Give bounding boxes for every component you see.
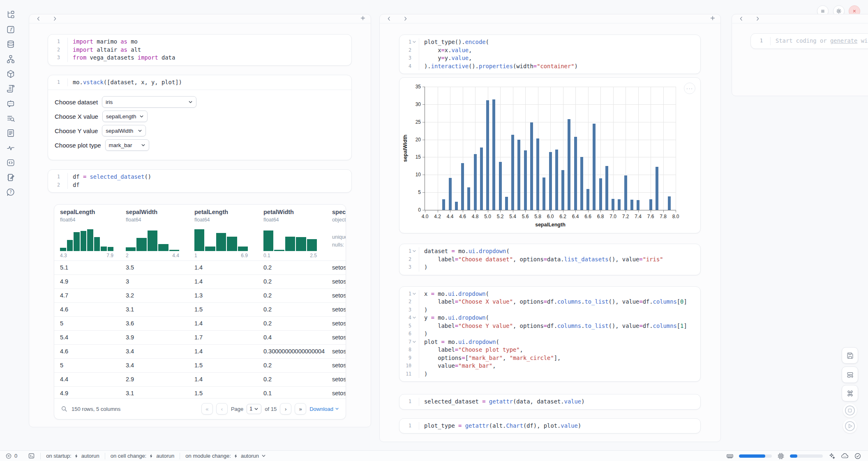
- logs-icon[interactable]: [5, 83, 16, 95]
- cell-selected-dataset[interactable]: 1selected_dataset = getattr(data, datase…: [399, 394, 701, 410]
- tracing-icon[interactable]: [5, 142, 16, 154]
- last-page-button[interactable]: »: [295, 403, 306, 415]
- scratchpad-icon[interactable]: [5, 172, 16, 183]
- code-editor[interactable]: 1selected_dataset = getattr(data, datase…: [399, 394, 700, 409]
- control-row: Choose Y valuesepalWidth: [55, 124, 345, 137]
- packages-icon[interactable]: [5, 68, 16, 80]
- chevron-right-icon[interactable]: [51, 16, 58, 22]
- documentation-icon[interactable]: [5, 127, 16, 139]
- bar: [656, 167, 658, 210]
- fold-chevron-icon[interactable]: [412, 316, 417, 320]
- bar: [524, 150, 527, 210]
- ram-usage-meter[interactable]: [739, 454, 772, 458]
- connection-check-icon[interactable]: [854, 452, 861, 460]
- code-line: 8 label="Choose plot type",: [399, 346, 700, 354]
- fold-chevron-icon[interactable]: [412, 249, 417, 254]
- chevron-right-icon[interactable]: [402, 16, 409, 22]
- chart-plot-area[interactable]: 4.04.24.44.64.85.05.25.45.65.86.06.26.46…: [425, 87, 676, 210]
- table-cell: 2.9: [126, 373, 134, 386]
- table-cell: 1.4: [194, 261, 203, 274]
- chevron-left-icon[interactable]: [35, 16, 42, 22]
- save-button[interactable]: [842, 347, 858, 364]
- errors-badge[interactable]: 0: [0, 453, 23, 459]
- dropdown-choose-plot-type[interactable]: mark_bar: [105, 139, 149, 151]
- chevron-left-icon[interactable]: [386, 16, 392, 22]
- column-type: float64: [60, 217, 76, 223]
- code-editor[interactable]: 1x = mo.ui.dropdown(2 label="Choose X va…: [399, 287, 700, 382]
- chevron-right-icon[interactable]: [754, 16, 761, 22]
- code-editor[interactable]: 1dataset = mo.ui.dropdown(2 label="Choos…: [399, 244, 700, 275]
- fold-chevron-icon[interactable]: [412, 340, 417, 344]
- first-page-button[interactable]: «: [201, 403, 213, 415]
- hist-max: 4.4: [126, 253, 179, 258]
- on-cell-change-setting[interactable]: on cell change: autorun: [105, 453, 180, 459]
- prev-page-button[interactable]: ‹: [216, 403, 228, 415]
- snippets-icon[interactable]: [5, 157, 16, 168]
- on-startup-setting[interactable]: on startup: autorun: [40, 453, 105, 459]
- table-row: 4.63.11.50.2setosa: [54, 302, 346, 316]
- hist-max: 6.9: [194, 253, 248, 258]
- column-header[interactable]: species: [332, 209, 346, 215]
- table-row: 4.931.40.2setosa: [54, 274, 346, 288]
- run-button[interactable]: [843, 419, 857, 433]
- cell-dataset-dropdown[interactable]: 1dataset = mo.ui.dropdown(2 label="Choos…: [399, 244, 701, 275]
- command-palette-button[interactable]: [842, 385, 858, 401]
- code-editor[interactable]: 1Start coding or generate with: [751, 34, 868, 48]
- column-header[interactable]: sepalWidth: [126, 209, 157, 215]
- terminal-button[interactable]: [23, 453, 40, 459]
- plus-icon[interactable]: [710, 15, 716, 21]
- column-header[interactable]: petalWidth: [263, 209, 294, 215]
- download-button[interactable]: Download: [309, 406, 339, 412]
- table-cell: 1.5: [194, 359, 203, 372]
- file-explorer-icon[interactable]: [5, 9, 16, 21]
- cpu-usage-meter[interactable]: [790, 454, 823, 458]
- search-icon[interactable]: [61, 406, 67, 412]
- stop-button[interactable]: [843, 403, 857, 417]
- line-number-gutter: 3: [399, 54, 419, 62]
- help-icon[interactable]: ?: [5, 187, 16, 198]
- hist-max: 7.9: [60, 253, 113, 258]
- chevron-left-icon[interactable]: [738, 16, 744, 22]
- chart-actions-button[interactable]: ···: [684, 83, 695, 94]
- dropdown-choose-y-value[interactable]: sepalWidth: [102, 125, 146, 136]
- cloud-assistant-icon[interactable]: [841, 452, 849, 460]
- column-header[interactable]: sepalLength: [60, 209, 95, 215]
- datasources-icon[interactable]: [5, 39, 16, 50]
- code-editor[interactable]: 1plot_type = getattr(alt.Chart(df), plot…: [399, 419, 700, 433]
- search-logs-icon[interactable]: [5, 113, 16, 124]
- column-type: float64: [194, 217, 210, 223]
- table-row: 4.42.91.40.2setosa: [54, 372, 346, 386]
- layout-button[interactable]: [842, 366, 858, 383]
- plus-icon[interactable]: [360, 15, 366, 21]
- code-placeholder[interactable]: Start coding or generate with: [771, 37, 868, 45]
- line-number-gutter: 4: [399, 62, 419, 71]
- code-editor[interactable]: 1import marimo as mo2import altair as al…: [48, 35, 351, 65]
- ai-chat-icon[interactable]: [5, 98, 16, 109]
- table-cell: 3.5: [126, 261, 134, 274]
- fold-chevron-icon[interactable]: [412, 292, 417, 296]
- bar: [549, 152, 552, 210]
- dependency-graph-icon[interactable]: [5, 53, 16, 65]
- cell-imports[interactable]: 1import marimo as mo2import altair as al…: [48, 34, 352, 66]
- cell-df[interactable]: 1df = selected_dataset()2df: [48, 169, 352, 193]
- code-editor[interactable]: 1mo.vstack([dataset, x, y, plot]): [48, 75, 351, 90]
- next-page-button[interactable]: ›: [280, 403, 291, 415]
- dropdown-choose-x-value[interactable]: sepalLength: [102, 111, 148, 122]
- marimo-file-icon[interactable]: f: [5, 24, 16, 35]
- bar: [568, 119, 570, 210]
- code-editor[interactable]: 1df = selected_dataset()2df: [48, 170, 351, 192]
- cell-xy-plot-dropdowns[interactable]: 1x = mo.ui.dropdown(2 label="Choose X va…: [399, 286, 701, 382]
- ai-sparkles-icon[interactable]: [828, 452, 836, 460]
- dropdown-value: sepalLength: [106, 113, 136, 120]
- cell-vstack[interactable]: 1mo.vstack([dataset, x, y, plot]) Choose…: [48, 75, 352, 161]
- column-header[interactable]: petalLength: [194, 209, 228, 215]
- fold-chevron-icon[interactable]: [412, 40, 417, 44]
- on-module-change-setting[interactable]: on module change: autorun: [180, 453, 271, 459]
- page-select[interactable]: 1: [247, 404, 261, 414]
- fold-chevron-icon: [412, 332, 417, 336]
- code-editor[interactable]: 1plot_type().encode(2 x=x.value,3 y=y.va…: [399, 35, 700, 74]
- cell-plot-type[interactable]: 1plot_type = getattr(alt.Chart(df), plot…: [399, 418, 701, 434]
- cell-new-empty[interactable]: 1Start coding or generate with: [750, 33, 868, 49]
- cell-plot[interactable]: 1plot_type().encode(2 x=x.value,3 y=y.va…: [399, 35, 701, 74]
- dropdown-choose-dataset[interactable]: iris: [102, 96, 196, 108]
